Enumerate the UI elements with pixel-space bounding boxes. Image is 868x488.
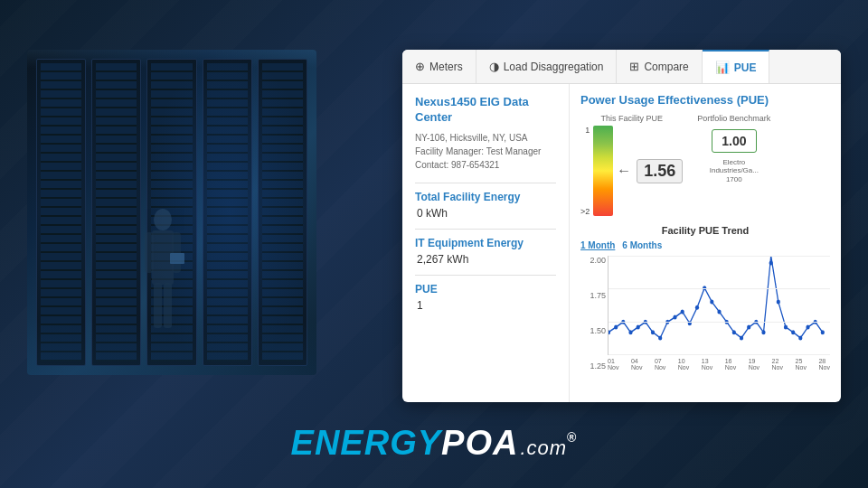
svg-point-33: [769, 261, 773, 266]
manager-value: Test Manager: [486, 146, 542, 156]
tab-load[interactable]: ◑ Load Disaggregation: [476, 50, 618, 83]
svg-point-34: [777, 300, 780, 305]
gridline-bottom: [609, 354, 830, 355]
chart-y-labels: 2.00 1.75 1.50 1.25: [582, 256, 606, 371]
svg-point-38: [806, 325, 809, 330]
manager-label: Facility Manager:: [415, 146, 484, 156]
scale-top: 1: [580, 126, 590, 135]
pue-arrow-icon: ←: [617, 163, 631, 179]
logo-poa: POA.com®: [441, 424, 577, 463]
logo-area: ENERGY POA.com®: [0, 424, 868, 463]
svg-point-35: [784, 325, 788, 330]
trend-section: Facility PUE Trend 1 Month 6 Months 2.00…: [580, 225, 830, 371]
chart-area: [608, 256, 830, 355]
pue-current-indicator: ← 1.56: [617, 159, 683, 183]
it-energy-label: IT Equipment Energy: [415, 237, 556, 249]
svg-rect-6: [170, 253, 184, 264]
svg-point-23: [695, 305, 699, 310]
contact-value: 987-654321: [451, 160, 499, 170]
portfolio-value: 1.00: [712, 129, 757, 153]
tab-compare-label: Compare: [644, 61, 688, 73]
portfolio-benchmark-header: Portfolio Benchmark: [697, 114, 770, 124]
pie-icon: ◑: [489, 60, 499, 73]
facility-meta: NY-106, Hicksville, NY, USA Facility Man…: [415, 131, 556, 172]
right-panel: Power Usage Effectiveness (PUE) This Fac…: [570, 84, 841, 402]
facility-contact-line: Contact: 987-654321: [415, 158, 556, 172]
x-label-7: 22Nov: [772, 358, 783, 371]
x-label-0: 01Nov: [608, 358, 618, 371]
svg-point-12: [614, 325, 618, 330]
svg-point-30: [747, 325, 750, 330]
x-label-8: 25Nov: [796, 358, 807, 371]
x-label-6: 19Nov: [749, 358, 760, 371]
metric-it-energy: IT Equipment Energy 2,267 kWh: [415, 229, 556, 266]
rack-2: [91, 59, 141, 366]
tab-pue[interactable]: 📊 PUE: [703, 50, 770, 83]
svg-point-37: [798, 336, 802, 341]
svg-point-32: [761, 330, 765, 334]
facility-manager-line: Facility Manager: Test Manager: [415, 145, 556, 158]
tab-meters-label: Meters: [429, 61, 463, 73]
svg-point-21: [681, 310, 684, 314]
x-label-1: 04Nov: [631, 358, 642, 371]
svg-point-40: [821, 330, 825, 334]
svg-point-36: [791, 330, 795, 334]
logo-energy: ENERGY: [291, 424, 441, 463]
chart-x-labels: 01Nov 04Nov 07Nov 10Nov 13Nov 16Nov 19No…: [608, 358, 830, 371]
trend-tabs: 1 Month 6 Months: [580, 240, 830, 250]
svg-point-17: [651, 330, 655, 334]
tab-load-label: Load Disaggregation: [504, 61, 604, 73]
trend-tab-1month[interactable]: 1 Month: [580, 240, 615, 250]
left-panel: Nexus1450 EIG Data Center NY-106, Hicksv…: [402, 84, 570, 402]
facility-name: Nexus1450 EIG Data Center: [415, 95, 556, 126]
pue-section-title: Power Usage Effectiveness (PUE): [580, 93, 830, 107]
x-label-4: 13Nov: [702, 358, 712, 371]
contact-label: Contact:: [415, 160, 448, 170]
pue-value: 1: [415, 299, 556, 312]
total-energy-label: Total Facility Energy: [415, 191, 556, 203]
x-label-5: 16Nov: [725, 358, 736, 371]
svg-point-15: [637, 325, 640, 330]
pue-color-bar: [593, 126, 613, 216]
scale-bottom: >2: [580, 207, 590, 216]
gridline-mid1: [609, 288, 830, 289]
svg-point-20: [673, 315, 676, 320]
server-room-image: [27, 50, 316, 375]
y-label-3: 1.25: [582, 361, 606, 371]
svg-point-26: [717, 310, 721, 314]
svg-point-14: [628, 330, 632, 334]
total-energy-value: 0 kWh: [415, 207, 556, 220]
trend-tab-6months[interactable]: 6 Months: [622, 240, 662, 250]
tab-compare[interactable]: ⊞ Compare: [617, 50, 702, 83]
facility-address: NY-106, Hicksville, NY, USA: [415, 131, 556, 145]
gridline-mid2: [609, 322, 830, 323]
facility-pue-col-header: This Facility PUE: [600, 114, 663, 123]
tab-meters[interactable]: ⊕ Meters: [402, 50, 476, 83]
it-energy-value: 2,267 kWh: [415, 253, 556, 266]
x-label-3: 10Nov: [678, 358, 689, 371]
rack-1: [36, 59, 86, 366]
portfolio-sublabel: Electro Industries/Ga... 1700: [704, 158, 763, 184]
svg-point-18: [658, 336, 662, 341]
chart-wrapper: 2.00 1.75 1.50 1.25: [608, 256, 830, 371]
svg-point-25: [710, 300, 713, 305]
meter-icon: ⊕: [415, 60, 425, 73]
gridline-top: [609, 256, 830, 257]
pue-label: PUE: [415, 283, 556, 296]
nav-tabs: ⊕ Meters ◑ Load Disaggregation ⊞ Compare…: [402, 50, 841, 84]
svg-point-29: [740, 336, 743, 341]
dashboard-panel: ⊕ Meters ◑ Load Disaggregation ⊞ Compare…: [402, 50, 841, 402]
svg-point-0: [154, 209, 172, 230]
tab-pue-label: PUE: [734, 61, 757, 74]
y-label-0: 2.00: [582, 256, 606, 265]
svg-point-28: [732, 330, 736, 334]
pue-current-value: 1.56: [637, 159, 683, 183]
logo-dotcom: .com: [520, 436, 567, 459]
y-label-1: 1.75: [582, 291, 606, 300]
svg-rect-3: [172, 232, 181, 273]
pue-icon: 📊: [715, 61, 730, 74]
x-label-2: 07Nov: [655, 358, 665, 371]
y-label-2: 1.50: [582, 326, 606, 335]
metric-pue: PUE 1: [415, 275, 556, 312]
trend-chart: [609, 256, 830, 355]
